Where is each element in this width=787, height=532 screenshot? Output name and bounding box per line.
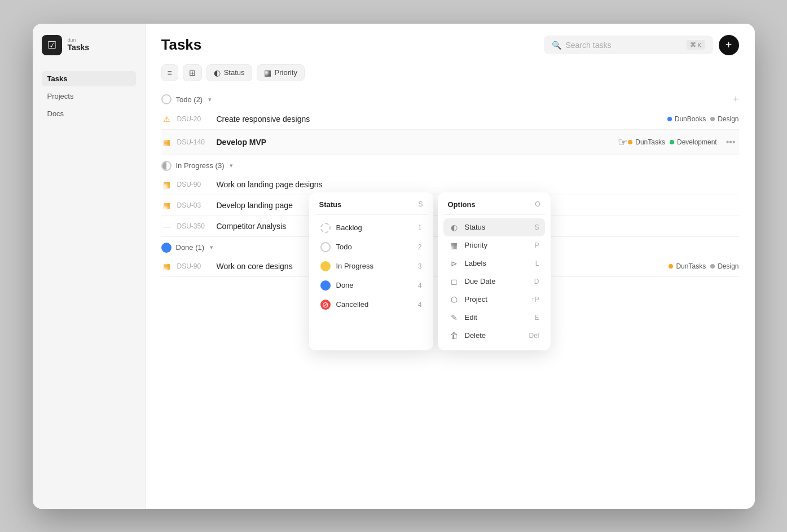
app-window: ☑ dun Tasks Tasks Projects Docs Tasks 🔍 … (33, 24, 755, 509)
status-item-todo[interactable]: Todo 2 (315, 238, 428, 257)
status-todo-count: 2 (418, 243, 422, 251)
sidebar-item-docs[interactable]: Docs (42, 106, 136, 121)
status-header-label: Status (319, 200, 342, 209)
group-header-inprogress[interactable]: In Progress (3) ▾ (161, 155, 739, 174)
more-options-button[interactable]: ••• (723, 136, 739, 148)
options-header-key: O (535, 200, 540, 208)
option-status[interactable]: ◐ Status S (443, 218, 545, 236)
status-inprogress-count: 3 (418, 262, 422, 270)
status-todo-label: Todo (336, 243, 352, 251)
task-list: Todo (2) ▾ + ⚠ DSU-20 Create responsive … (146, 88, 755, 509)
priority-bars-icon: ▦ (264, 68, 271, 77)
search-bar[interactable]: 🔍 Search tasks ⌘ K (544, 36, 713, 54)
search-shortcut: ⌘ K (687, 40, 705, 50)
filter-icon: ≡ (168, 68, 172, 77)
sidebar: ☑ dun Tasks Tasks Projects Docs (33, 24, 146, 509)
logo-sup: dun (68, 38, 90, 43)
status-half-icon: ◐ (214, 68, 221, 77)
filter-button[interactable]: ≡ (161, 64, 178, 81)
option-labels[interactable]: ⊳ Labels L (443, 254, 545, 272)
status-dropdown: Status S Backlog 1 Todo 2 (309, 192, 433, 350)
task-name: Work on landing page designs (217, 180, 739, 189)
status-item-cancelled[interactable]: ⊘ Cancelled 4 (315, 295, 428, 314)
task-row[interactable]: ▦ DSU-140 Develop MVP ☞ DunTasks Develop… (161, 130, 739, 155)
priority-bars-icon: ▦ (449, 241, 459, 250)
top-bar-right: 🔍 Search tasks ⌘ K + (544, 35, 739, 55)
sidebar-item-projects[interactable]: Projects (42, 89, 136, 104)
status-item-done[interactable]: Done 4 (315, 276, 428, 295)
options-dropdown: Options O ◐ Status S ▦ Priority P ⊳ (438, 192, 551, 350)
status-inprogress-label: In Progress (336, 262, 373, 270)
status-item-backlog[interactable]: Backlog 1 (315, 218, 428, 238)
chart-button[interactable]: ⊞ (183, 64, 202, 81)
cursor-icon: ☞ (618, 135, 628, 149)
status-dropdown-header: Status S (315, 198, 428, 215)
option-edit[interactable]: ✎ Edit E (443, 309, 545, 327)
group-label-inprogress: In Progress (3) (176, 161, 225, 170)
option-labels-key: L (535, 260, 539, 267)
option-project[interactable]: ⬡ Project ↑P (443, 291, 545, 309)
status-backlog-label: Backlog (336, 223, 362, 232)
chevron-down-icon: ▾ (230, 162, 233, 169)
group-label-done: Done (1) (176, 243, 205, 252)
tag-dot-gray (710, 117, 715, 121)
overlay-container: Status S Backlog 1 Todo 2 (309, 192, 551, 350)
duedate-icon: ◻ (449, 277, 459, 286)
option-duedate-label: Due Date (465, 277, 496, 285)
status-item-inprogress[interactable]: In Progress 3 (315, 257, 428, 276)
priority-bars-icon: ▦ (161, 201, 173, 210)
option-edit-label: Edit (465, 313, 477, 322)
sidebar-item-tasks[interactable]: Tasks (42, 71, 136, 86)
tag-duntasks: DunTasks (669, 262, 706, 270)
option-delete-key: Del (529, 332, 539, 340)
option-labels-label: Labels (465, 259, 486, 267)
task-tags: DunTasks Design (669, 262, 738, 270)
option-priority[interactable]: ▦ Priority P (443, 236, 545, 254)
tag-design: Design (710, 262, 738, 270)
task-id: DSU-20 (177, 115, 217, 123)
status-filter-button[interactable]: ◐ Status (206, 64, 252, 81)
toolbar: ≡ ⊞ ◐ Status ▦ Priority (146, 55, 755, 88)
logo-title: Tasks (68, 43, 90, 52)
status-cancelled-count: 4 (418, 301, 422, 309)
option-duedate-key: D (534, 278, 539, 285)
search-placeholder: Search tasks (566, 41, 683, 50)
page-title: Tasks (161, 36, 202, 54)
option-delete-label: Delete (465, 331, 486, 340)
tag-dot-green (670, 140, 674, 144)
top-bar: Tasks 🔍 Search tasks ⌘ K + (146, 24, 755, 55)
task-row[interactable]: ⚠ DSU-20 Create responsive designs DunBo… (161, 109, 739, 130)
task-tags: DunBooks Design (667, 115, 739, 123)
priority-filter-button[interactable]: ▦ Priority (257, 64, 305, 81)
chart-icon: ⊞ (189, 68, 196, 77)
add-task-button[interactable]: + (719, 35, 739, 55)
search-icon: 🔍 (552, 41, 561, 50)
option-status-key: S (534, 223, 539, 231)
option-priority-label: Priority (465, 241, 487, 249)
group-header-todo[interactable]: Todo (2) ▾ + (161, 88, 739, 109)
status-label: Status (224, 68, 245, 77)
main-content: Tasks 🔍 Search tasks ⌘ K + ≡ ⊞ (146, 24, 755, 509)
backlog-icon (320, 223, 331, 233)
labels-icon: ⊳ (449, 259, 459, 268)
logo-text: dun Tasks (68, 38, 90, 52)
option-project-key: ↑P (531, 296, 539, 304)
tag-dot-orange (628, 140, 632, 144)
priority-label: Priority (275, 68, 297, 77)
todo-circle-icon (161, 94, 172, 104)
task-id: DSU-90 (177, 181, 217, 188)
option-delete[interactable]: 🗑 Delete Del (443, 327, 545, 345)
chevron-down-icon: ▾ (208, 96, 212, 103)
project-icon: ⬡ (449, 295, 459, 304)
priority-warning-icon: ⚠ (161, 115, 173, 124)
group-add-button[interactable]: + (733, 94, 739, 105)
status-backlog-count: 1 (418, 224, 422, 232)
tag-dunbooks: DunBooks (667, 115, 706, 123)
inprogress-icon (320, 261, 331, 271)
option-due-date[interactable]: ◻ Due Date D (443, 272, 545, 291)
tag-duntasks: DunTasks (628, 138, 665, 146)
priority-bars-icon: ▦ (161, 138, 173, 147)
task-name: Create responsive designs (217, 115, 667, 124)
task-id: DSU-350 (177, 222, 217, 230)
tag-dot-orange (669, 264, 673, 269)
